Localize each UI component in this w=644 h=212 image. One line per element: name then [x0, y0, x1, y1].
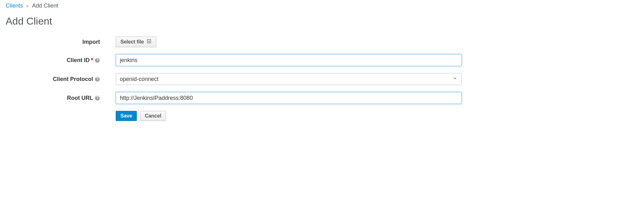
help-icon[interactable]	[94, 95, 100, 101]
import-label: Import	[82, 39, 100, 45]
select-file-button[interactable]: Select file	[116, 37, 156, 47]
cancel-button[interactable]: Cancel	[140, 111, 166, 121]
import-file-icon	[147, 39, 152, 45]
required-asterisk: *	[91, 57, 93, 64]
client-id-row: Client ID *	[6, 54, 480, 66]
root-url-label: Root URL	[67, 95, 93, 101]
chevron-down-icon	[452, 76, 458, 83]
import-row: Import Select file	[6, 37, 480, 47]
breadcrumb-clients-link[interactable]: Clients	[6, 3, 23, 9]
client-protocol-value: openid-connect	[120, 76, 158, 83]
root-url-row: Root URL	[6, 92, 480, 104]
breadcrumb-separator-icon: »	[26, 3, 29, 9]
save-button[interactable]: Save	[116, 111, 137, 121]
root-url-input[interactable]	[116, 92, 462, 104]
help-icon[interactable]	[94, 76, 100, 82]
client-id-input[interactable]	[116, 54, 462, 66]
client-protocol-select[interactable]: openid-connect	[116, 73, 462, 85]
page-title: Add Client	[6, 15, 638, 27]
client-protocol-row: Client Protocol openid-connect	[6, 73, 480, 85]
client-protocol-label: Client Protocol	[53, 76, 93, 83]
breadcrumb-current: Add Client	[32, 3, 58, 9]
select-file-label: Select file	[120, 39, 144, 45]
breadcrumb: Clients » Add Client	[6, 3, 638, 9]
button-row: Save Cancel	[6, 111, 480, 121]
add-client-form: Import Select file Client ID * Client Pr…	[6, 37, 480, 121]
client-id-label: Client ID	[67, 57, 90, 64]
help-icon[interactable]	[94, 57, 100, 63]
